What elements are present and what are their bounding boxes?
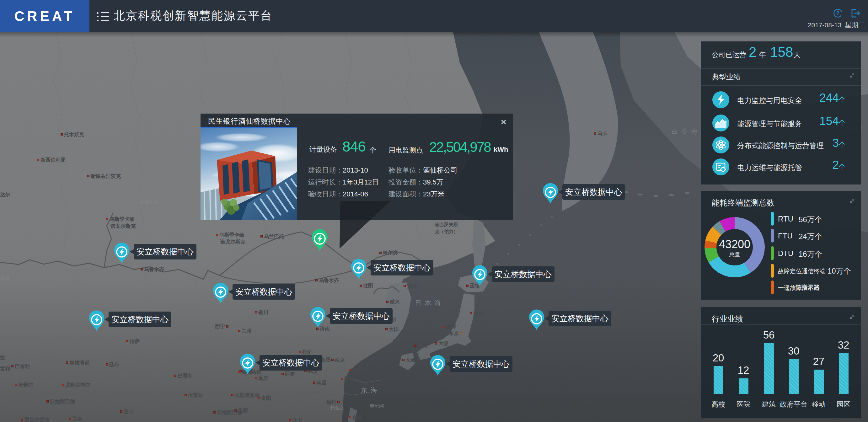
svg-text:?: ? <box>836 10 839 16</box>
